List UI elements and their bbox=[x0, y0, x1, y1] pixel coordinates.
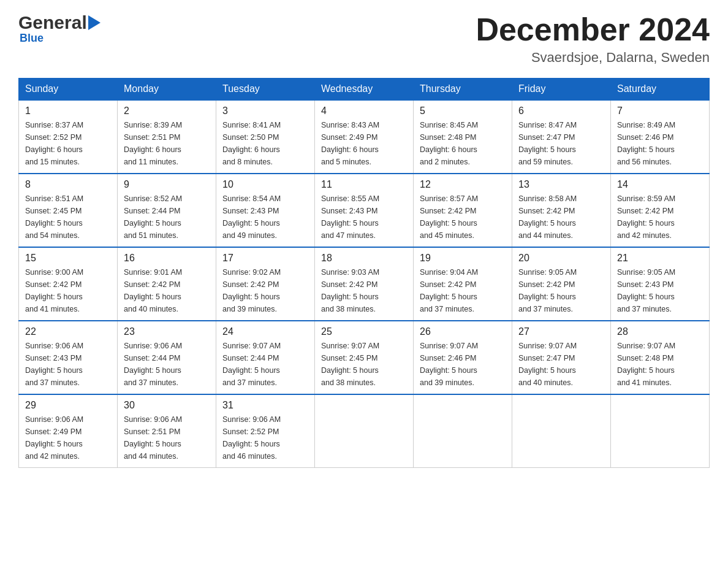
day-info: Sunrise: 8:49 AMSunset: 2:46 PMDaylight:… bbox=[617, 119, 703, 168]
logo-arrow-icon bbox=[88, 15, 100, 30]
day-number: 18 bbox=[321, 253, 407, 264]
day-info: Sunrise: 8:41 AMSunset: 2:50 PMDaylight:… bbox=[222, 119, 308, 168]
day-info: Sunrise: 8:43 AMSunset: 2:49 PMDaylight:… bbox=[321, 119, 407, 168]
day-number: 15 bbox=[25, 253, 111, 264]
day-of-week-header: Friday bbox=[512, 79, 611, 101]
calendar-cell: 18Sunrise: 9:03 AMSunset: 2:42 PMDayligh… bbox=[315, 247, 414, 321]
day-info: Sunrise: 9:05 AMSunset: 2:43 PMDaylight:… bbox=[617, 266, 703, 315]
day-number: 5 bbox=[420, 105, 506, 117]
calendar-header-row: SundayMondayTuesdayWednesdayThursdayFrid… bbox=[19, 79, 710, 101]
calendar-cell: 10Sunrise: 8:54 AMSunset: 2:43 PMDayligh… bbox=[216, 174, 315, 247]
page-subtitle: Svaerdsjoe, Dalarna, Sweden bbox=[476, 50, 710, 66]
day-number: 22 bbox=[25, 326, 111, 337]
calendar-cell: 21Sunrise: 9:05 AMSunset: 2:43 PMDayligh… bbox=[611, 247, 710, 321]
calendar-week-row: 29Sunrise: 9:06 AMSunset: 2:49 PMDayligh… bbox=[19, 394, 710, 468]
calendar-week-row: 1Sunrise: 8:37 AMSunset: 2:52 PMDaylight… bbox=[19, 100, 710, 174]
day-number: 29 bbox=[25, 400, 111, 411]
calendar-table: SundayMondayTuesdayWednesdayThursdayFrid… bbox=[18, 78, 710, 468]
day-info: Sunrise: 9:06 AMSunset: 2:49 PMDaylight:… bbox=[25, 413, 111, 462]
day-number: 16 bbox=[124, 253, 210, 264]
day-number: 24 bbox=[222, 326, 308, 337]
calendar-week-row: 22Sunrise: 9:06 AMSunset: 2:43 PMDayligh… bbox=[19, 321, 710, 394]
day-info: Sunrise: 8:55 AMSunset: 2:43 PMDaylight:… bbox=[321, 193, 407, 242]
calendar-week-row: 15Sunrise: 9:00 AMSunset: 2:42 PMDayligh… bbox=[19, 247, 710, 321]
day-number: 10 bbox=[222, 179, 308, 190]
calendar-cell: 22Sunrise: 9:06 AMSunset: 2:43 PMDayligh… bbox=[19, 321, 118, 394]
day-info: Sunrise: 9:07 AMSunset: 2:46 PMDaylight:… bbox=[420, 340, 506, 389]
day-info: Sunrise: 9:04 AMSunset: 2:42 PMDaylight:… bbox=[420, 266, 506, 315]
calendar-cell: 24Sunrise: 9:07 AMSunset: 2:44 PMDayligh… bbox=[216, 321, 315, 394]
day-info: Sunrise: 8:45 AMSunset: 2:48 PMDaylight:… bbox=[420, 119, 506, 168]
calendar-cell: 8Sunrise: 8:51 AMSunset: 2:45 PMDaylight… bbox=[19, 174, 118, 247]
day-info: Sunrise: 8:52 AMSunset: 2:44 PMDaylight:… bbox=[124, 193, 210, 242]
calendar-cell: 19Sunrise: 9:04 AMSunset: 2:42 PMDayligh… bbox=[414, 247, 512, 321]
calendar-cell: 4Sunrise: 8:43 AMSunset: 2:49 PMDaylight… bbox=[315, 100, 414, 174]
day-info: Sunrise: 9:06 AMSunset: 2:43 PMDaylight:… bbox=[25, 340, 111, 389]
calendar-cell: 5Sunrise: 8:45 AMSunset: 2:48 PMDaylight… bbox=[414, 100, 512, 174]
calendar-cell: 12Sunrise: 8:57 AMSunset: 2:42 PMDayligh… bbox=[414, 174, 512, 247]
day-number: 21 bbox=[617, 253, 703, 264]
day-number: 31 bbox=[222, 400, 308, 411]
calendar-cell: 30Sunrise: 9:06 AMSunset: 2:51 PMDayligh… bbox=[118, 394, 216, 468]
day-number: 8 bbox=[25, 179, 111, 190]
day-of-week-header: Monday bbox=[118, 79, 216, 101]
day-number: 20 bbox=[518, 253, 604, 264]
day-info: Sunrise: 8:39 AMSunset: 2:51 PMDaylight:… bbox=[124, 119, 210, 168]
calendar-cell bbox=[315, 394, 414, 468]
day-info: Sunrise: 8:58 AMSunset: 2:42 PMDaylight:… bbox=[518, 193, 604, 242]
day-number: 4 bbox=[321, 105, 407, 117]
day-of-week-header: Thursday bbox=[414, 79, 512, 101]
calendar-cell: 11Sunrise: 8:55 AMSunset: 2:43 PMDayligh… bbox=[315, 174, 414, 247]
day-info: Sunrise: 8:51 AMSunset: 2:45 PMDaylight:… bbox=[25, 193, 111, 242]
day-number: 28 bbox=[617, 326, 703, 337]
day-number: 14 bbox=[617, 179, 703, 190]
calendar-cell: 17Sunrise: 9:02 AMSunset: 2:42 PMDayligh… bbox=[216, 247, 315, 321]
calendar-cell: 27Sunrise: 9:07 AMSunset: 2:47 PMDayligh… bbox=[512, 321, 611, 394]
day-number: 3 bbox=[222, 105, 308, 117]
calendar-cell: 9Sunrise: 8:52 AMSunset: 2:44 PMDaylight… bbox=[118, 174, 216, 247]
calendar-cell: 23Sunrise: 9:06 AMSunset: 2:44 PMDayligh… bbox=[118, 321, 216, 394]
logo-blue-text: Blue bbox=[18, 32, 44, 45]
day-of-week-header: Sunday bbox=[19, 79, 118, 101]
calendar-cell: 6Sunrise: 8:47 AMSunset: 2:47 PMDaylight… bbox=[512, 100, 611, 174]
day-number: 1 bbox=[25, 105, 111, 117]
day-number: 9 bbox=[124, 179, 210, 190]
calendar-cell bbox=[414, 394, 512, 468]
calendar-cell: 28Sunrise: 9:07 AMSunset: 2:48 PMDayligh… bbox=[611, 321, 710, 394]
calendar-cell: 14Sunrise: 8:59 AMSunset: 2:42 PMDayligh… bbox=[611, 174, 710, 247]
day-info: Sunrise: 9:07 AMSunset: 2:47 PMDaylight:… bbox=[518, 340, 604, 389]
day-number: 19 bbox=[420, 253, 506, 264]
day-of-week-header: Tuesday bbox=[216, 79, 315, 101]
day-of-week-header: Wednesday bbox=[315, 79, 414, 101]
day-number: 17 bbox=[222, 253, 308, 264]
day-number: 11 bbox=[321, 179, 407, 190]
calendar-cell: 3Sunrise: 8:41 AMSunset: 2:50 PMDaylight… bbox=[216, 100, 315, 174]
calendar-cell: 13Sunrise: 8:58 AMSunset: 2:42 PMDayligh… bbox=[512, 174, 611, 247]
day-info: Sunrise: 9:07 AMSunset: 2:44 PMDaylight:… bbox=[222, 340, 308, 389]
page-header: General Blue December 2024 Svaerdsjoe, D… bbox=[18, 12, 710, 66]
calendar-week-row: 8Sunrise: 8:51 AMSunset: 2:45 PMDaylight… bbox=[19, 174, 710, 247]
day-number: 13 bbox=[518, 179, 604, 190]
calendar-cell: 16Sunrise: 9:01 AMSunset: 2:42 PMDayligh… bbox=[118, 247, 216, 321]
day-info: Sunrise: 8:54 AMSunset: 2:43 PMDaylight:… bbox=[222, 193, 308, 242]
day-info: Sunrise: 9:07 AMSunset: 2:45 PMDaylight:… bbox=[321, 340, 407, 389]
day-info: Sunrise: 9:07 AMSunset: 2:48 PMDaylight:… bbox=[617, 340, 703, 389]
day-info: Sunrise: 8:47 AMSunset: 2:47 PMDaylight:… bbox=[518, 119, 604, 168]
day-info: Sunrise: 9:02 AMSunset: 2:42 PMDaylight:… bbox=[222, 266, 308, 315]
calendar-cell: 15Sunrise: 9:00 AMSunset: 2:42 PMDayligh… bbox=[19, 247, 118, 321]
calendar-cell: 26Sunrise: 9:07 AMSunset: 2:46 PMDayligh… bbox=[414, 321, 512, 394]
day-number: 2 bbox=[124, 105, 210, 117]
calendar-cell: 25Sunrise: 9:07 AMSunset: 2:45 PMDayligh… bbox=[315, 321, 414, 394]
calendar-cell: 2Sunrise: 8:39 AMSunset: 2:51 PMDaylight… bbox=[118, 100, 216, 174]
day-info: Sunrise: 9:05 AMSunset: 2:42 PMDaylight:… bbox=[518, 266, 604, 315]
day-info: Sunrise: 8:59 AMSunset: 2:42 PMDaylight:… bbox=[617, 193, 703, 242]
day-info: Sunrise: 9:00 AMSunset: 2:42 PMDaylight:… bbox=[25, 266, 111, 315]
page-title: December 2024 bbox=[476, 12, 710, 47]
calendar-cell: 20Sunrise: 9:05 AMSunset: 2:42 PMDayligh… bbox=[512, 247, 611, 321]
calendar-cell: 1Sunrise: 8:37 AMSunset: 2:52 PMDaylight… bbox=[19, 100, 118, 174]
day-of-week-header: Saturday bbox=[611, 79, 710, 101]
day-number: 27 bbox=[518, 326, 604, 337]
calendar-cell: 29Sunrise: 9:06 AMSunset: 2:49 PMDayligh… bbox=[19, 394, 118, 468]
day-info: Sunrise: 8:57 AMSunset: 2:42 PMDaylight:… bbox=[420, 193, 506, 242]
day-info: Sunrise: 9:06 AMSunset: 2:52 PMDaylight:… bbox=[222, 413, 308, 462]
